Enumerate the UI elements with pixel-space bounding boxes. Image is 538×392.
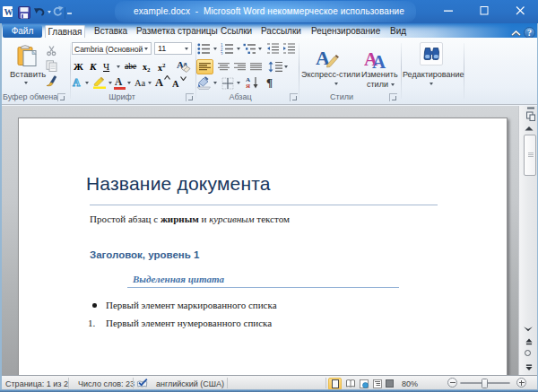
- svg-text:A: A: [372, 51, 386, 70]
- svg-text:3: 3: [221, 52, 223, 56]
